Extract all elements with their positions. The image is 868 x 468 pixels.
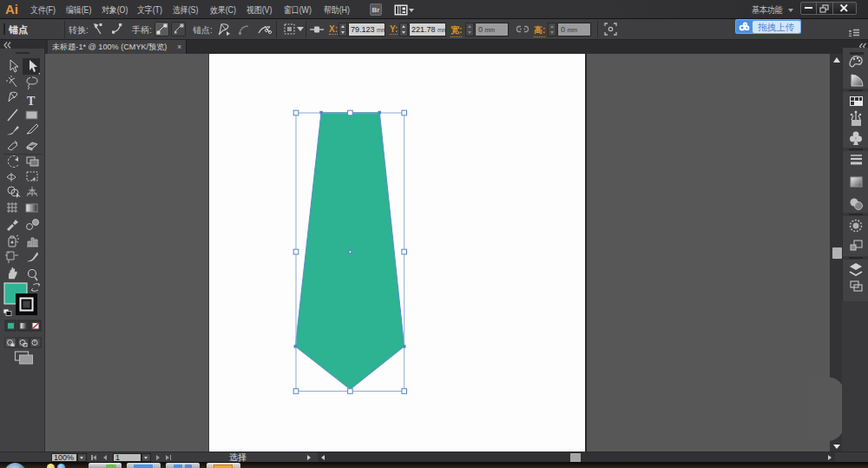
svg-text:Br: Br bbox=[372, 6, 380, 14]
svg-text:T: T bbox=[27, 95, 36, 108]
